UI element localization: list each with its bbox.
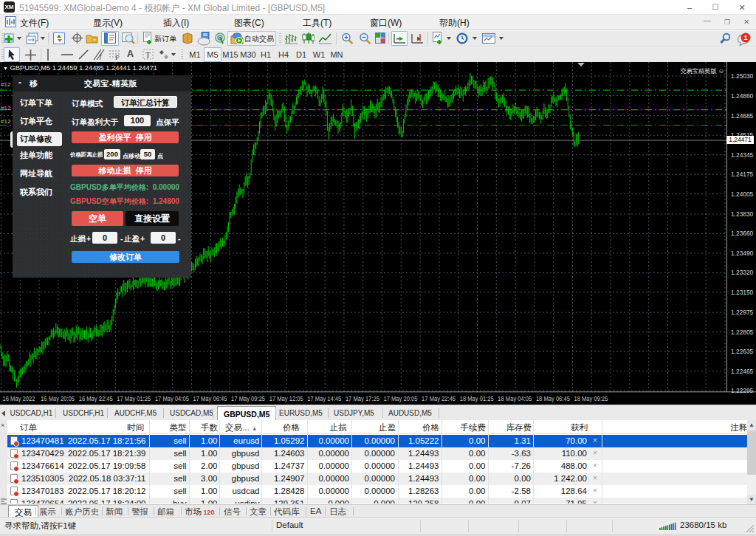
svg-text:17 May 09:25: 17 May 09:25 [231,395,265,402]
svg-text:18 May 04:05: 18 May 04:05 [498,395,532,402]
svg-text:17 May 01:25: 17 May 01:25 [117,395,151,402]
svg-text:18 May 01:25: 18 May 01:25 [460,395,494,402]
svg-text:17 May 20:05: 17 May 20:05 [384,395,418,402]
svg-text:17 May 17:25: 17 May 17:25 [346,395,379,402]
svg-text:1.22805: 1.22805 [731,329,754,336]
svg-text:1.22975: 1.22975 [731,309,754,316]
svg-text:1.24345: 1.24345 [731,151,754,159]
svg-text:1.23660: 1.23660 [731,230,754,237]
svg-text:16 May 20:05: 16 May 20:05 [41,395,75,402]
svg-text:1.24860: 1.24860 [731,92,754,100]
svg-text:1.23490: 1.23490 [731,250,754,257]
svg-text:f: f [100,52,103,60]
svg-text:F: F [115,54,119,61]
svg-text:1.23830: 1.23830 [731,210,754,218]
svg-text:1.23320: 1.23320 [731,269,754,276]
svg-text:17 May 12:05: 17 May 12:05 [269,395,303,402]
svg-text:17 May 04:05: 17 May 04:05 [155,395,189,402]
svg-text:1.24005: 1.24005 [731,190,754,198]
svg-text:18 May 09:25: 18 May 09:25 [574,395,608,402]
svg-text:1: 1 [743,34,747,41]
svg-text:1.24175: 1.24175 [731,171,754,178]
svg-text:18 May 06:45: 18 May 06:45 [536,395,570,402]
svg-text:1.22465: 1.22465 [731,368,754,375]
svg-text:1.23150: 1.23150 [731,289,754,296]
svg-text:17 May 22:45: 17 May 22:45 [422,395,456,402]
svg-text:17 May 06:45: 17 May 06:45 [193,395,227,402]
svg-text:16 May 22:45: 16 May 22:45 [79,395,113,402]
svg-text:1.22295: 1.22295 [731,387,754,394]
svg-text:1.22635: 1.22635 [731,348,754,355]
svg-text:17 May 14:45: 17 May 14:45 [307,395,341,402]
svg-text:16 May 2022: 16 May 2022 [3,395,35,402]
svg-text:T: T [145,50,151,59]
svg-text:1.24685: 1.24685 [731,112,754,120]
svg-text:1.25030: 1.25030 [731,72,754,80]
